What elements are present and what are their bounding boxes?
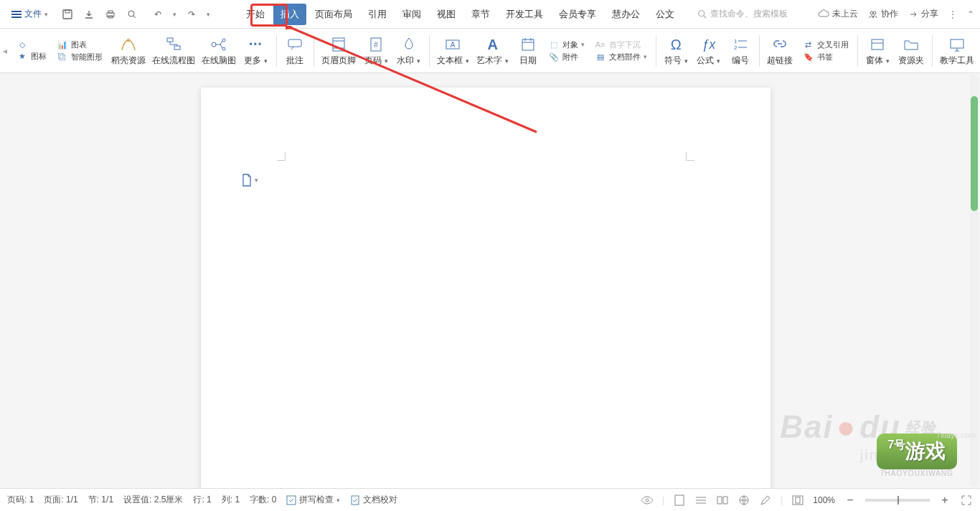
- zoom-value[interactable]: 100%: [813, 495, 835, 505]
- flowchart-icon: [164, 34, 183, 55]
- icons-button[interactable]: ★图标: [17, 51, 47, 62]
- chevron-down-icon: ▾: [255, 177, 258, 184]
- chart-button[interactable]: 📊图表: [57, 39, 103, 50]
- save-icon[interactable]: [61, 8, 74, 21]
- status-page-number[interactable]: 页码: 1: [7, 494, 34, 506]
- fullscreen-icon[interactable]: [960, 494, 973, 507]
- hyperlink-button[interactable]: 超链接: [763, 34, 796, 67]
- share-button[interactable]: 分享: [908, 8, 938, 20]
- tab-references[interactable]: 引用: [361, 4, 394, 25]
- forms-button[interactable]: 窗体: [862, 34, 893, 67]
- svg-text:A: A: [451, 41, 456, 49]
- tab-huiban[interactable]: 慧办公: [605, 4, 647, 25]
- redo-icon[interactable]: ↷: [185, 8, 198, 21]
- headerfooter-button[interactable]: 页眉页脚: [319, 34, 359, 67]
- status-row[interactable]: 行: 1: [193, 494, 211, 506]
- status-spellcheck[interactable]: 拼写检查▾: [286, 494, 340, 506]
- flowchart-button[interactable]: 在线流程图: [150, 34, 197, 67]
- textbox-button[interactable]: A文本框: [433, 34, 472, 67]
- dropcap-button[interactable]: A≡首字下沉: [595, 39, 647, 50]
- wordart-button[interactable]: A艺术字: [473, 34, 512, 67]
- equation-button[interactable]: ƒx公式: [693, 34, 725, 67]
- print-icon[interactable]: [104, 8, 117, 21]
- pen-mode-icon[interactable]: [759, 494, 772, 507]
- vertical-scrollbar[interactable]: [970, 75, 979, 487]
- tab-view[interactable]: 视图: [430, 4, 463, 25]
- separator: [932, 35, 933, 67]
- status-section[interactable]: 节: 1/1: [88, 494, 113, 506]
- file-menu[interactable]: 文件 ▾: [6, 5, 54, 23]
- svg-text:2: 2: [734, 44, 738, 51]
- zoom-slider[interactable]: [865, 499, 930, 502]
- focus-mode-icon[interactable]: [641, 494, 654, 507]
- command-search[interactable]: 查找命令、搜索模板: [697, 8, 788, 20]
- status-setvalue[interactable]: 设置值: 2.5厘米: [123, 494, 183, 506]
- bookmark-button[interactable]: 🔖书签: [803, 52, 849, 62]
- tab-start[interactable]: 开始: [239, 4, 272, 25]
- tab-devtools[interactable]: 开发工具: [499, 4, 550, 25]
- tab-review[interactable]: 审阅: [395, 4, 428, 25]
- view-reading-icon[interactable]: [716, 494, 729, 507]
- cloud-status[interactable]: 未上云: [818, 8, 858, 20]
- watermark-game: 7xiayx.com 7号游戏 7HAOYOUXIWANG: [859, 426, 974, 484]
- watermark-label: 水印: [397, 55, 420, 67]
- status-page-of[interactable]: 页面: 1/1: [44, 494, 77, 506]
- page-quick-action[interactable]: ▾: [241, 174, 258, 187]
- pagenumber-button[interactable]: #页码: [360, 34, 392, 67]
- undo-icon[interactable]: ↶: [151, 8, 164, 21]
- export-icon[interactable]: [83, 8, 95, 21]
- crossref-button[interactable]: ⇄交叉引用: [803, 39, 849, 50]
- titlebar-right: 未上云 协作 分享 ⋮ ⌃: [818, 8, 974, 20]
- view-outline-icon[interactable]: [694, 494, 707, 507]
- status-doccheck[interactable]: 文档校对: [350, 494, 397, 506]
- shapes-button[interactable]: ◇: [17, 40, 47, 50]
- zoom-out-icon[interactable]: −: [844, 494, 857, 507]
- view-web-icon[interactable]: [738, 494, 750, 507]
- docparts-button[interactable]: ▤文档部件▾: [595, 52, 647, 62]
- comment-button[interactable]: 批注: [281, 34, 309, 67]
- svg-rect-0: [63, 10, 72, 19]
- headerfooter-label: 页眉页脚: [321, 55, 356, 67]
- teachingtools-button[interactable]: 教学工具: [937, 34, 977, 67]
- undo-dropdown-icon[interactable]: ▾: [173, 11, 176, 18]
- zoom-fit-icon[interactable]: [791, 494, 804, 507]
- separator: [759, 35, 760, 67]
- resource-button[interactable]: 资源夹: [895, 34, 928, 67]
- symbol-button[interactable]: Ω符号: [660, 34, 692, 67]
- scroll-thumb[interactable]: [971, 96, 978, 211]
- equation-label: 公式: [697, 55, 720, 67]
- statusbar-right: | | 100% − +: [641, 494, 973, 507]
- docer-button[interactable]: 稻壳资源: [108, 34, 149, 67]
- attachment-button[interactable]: 📎附件: [548, 52, 585, 62]
- more-menu-icon[interactable]: ⋮: [948, 9, 957, 19]
- status-charcount[interactable]: 字数: 0: [250, 494, 276, 506]
- flowchart-label: 在线流程图: [152, 55, 195, 67]
- object-button[interactable]: ⬚对象▾: [548, 39, 585, 50]
- print-preview-icon[interactable]: [126, 8, 138, 21]
- date-button[interactable]: 日期: [514, 34, 542, 67]
- tab-gongwen[interactable]: 公文: [649, 4, 682, 25]
- zoom-in-icon[interactable]: +: [938, 494, 951, 507]
- status-col[interactable]: 列: 1: [222, 494, 240, 506]
- shapes-icon: ◇: [17, 40, 28, 50]
- svg-rect-44: [796, 497, 800, 503]
- mindmap-button[interactable]: 在线脑图: [199, 34, 239, 67]
- smartart-button[interactable]: ⿻智能图形: [57, 52, 103, 62]
- tab-member[interactable]: 会员专享: [552, 4, 603, 25]
- view-page-icon[interactable]: [673, 494, 686, 507]
- redo-dropdown-icon[interactable]: ▾: [207, 11, 210, 18]
- collapse-ribbon-icon[interactable]: ⌃: [967, 9, 974, 19]
- watermark-button[interactable]: 水印: [393, 34, 425, 67]
- tab-insert[interactable]: 插入: [273, 4, 306, 25]
- ribbon-scroll-left[interactable]: ◂: [3, 46, 15, 56]
- tab-chapter[interactable]: 章节: [464, 4, 497, 25]
- document-page[interactable]: ▾: [201, 88, 771, 488]
- numbering-button[interactable]: 12编号: [726, 34, 755, 67]
- numbering-label: 编号: [732, 55, 749, 67]
- tab-page-layout[interactable]: 页面布局: [308, 4, 359, 25]
- smartart-label: 智能图形: [71, 52, 103, 62]
- share-icon: [908, 9, 918, 19]
- svg-text:#: #: [374, 41, 378, 49]
- collab-button[interactable]: 协作: [868, 8, 898, 20]
- more-button[interactable]: •••更多: [240, 34, 272, 67]
